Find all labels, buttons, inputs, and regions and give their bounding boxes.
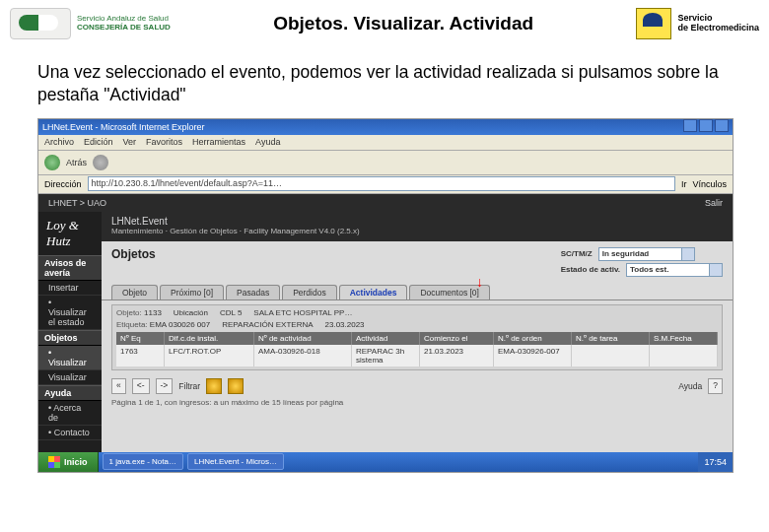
tab-proximo[interactable]: Próximo [0] bbox=[160, 285, 224, 299]
col-difc[interactable]: Dif.c.de instal. bbox=[165, 332, 254, 345]
back-label[interactable]: Atrás bbox=[66, 158, 87, 167]
col-smf[interactable]: S.M.Fecha bbox=[650, 332, 718, 345]
addr-label: Dirección bbox=[44, 179, 82, 189]
filter-scn-select[interactable]: In seguridad bbox=[598, 247, 695, 261]
exit-link[interactable]: Salir bbox=[705, 198, 723, 208]
tab-actividades[interactable]: Actividades bbox=[339, 285, 408, 299]
menu-favoritos[interactable]: Favoritos bbox=[146, 137, 182, 147]
go-button[interactable]: Ir bbox=[681, 179, 687, 189]
back-icon[interactable] bbox=[44, 155, 60, 170]
col-nact[interactable]: Nº de actividad bbox=[254, 332, 352, 345]
tab-objeto[interactable]: Objeto bbox=[111, 285, 158, 299]
close-icon[interactable] bbox=[715, 119, 729, 132]
filter-scn-label: SC/TM/Z bbox=[561, 249, 593, 258]
logo-right-text: Servicio de Electromedicina bbox=[677, 14, 759, 33]
detail-panel: Objeto: 1133 Ubicación CDL 5 SALA ETC HO… bbox=[111, 304, 723, 370]
addr-url[interactable]: http://10.230.8.1/lhnet/event/default.as… bbox=[88, 176, 675, 191]
start-button[interactable]: Inicio bbox=[38, 452, 99, 472]
menu-archivo[interactable]: Archivo bbox=[44, 137, 74, 147]
brand-logo: Loy & Hutz bbox=[38, 216, 102, 255]
slide-body-text: Una vez seleccionado el evento, podemos … bbox=[0, 43, 769, 106]
sidebar-item-insertar[interactable]: Insertar bbox=[38, 281, 102, 296]
pointer-arrow-icon: ↓ bbox=[476, 275, 483, 289]
pager-next[interactable]: -> bbox=[156, 378, 174, 394]
cell-ntar bbox=[572, 345, 650, 366]
cell-nact: AMA-030926-018 bbox=[254, 345, 352, 366]
slide-title: Objetos. Visualizar. Actividad bbox=[273, 13, 533, 34]
ie-menubar[interactable]: Archivo Edición Ver Favoritos Herramient… bbox=[38, 135, 733, 151]
menu-ver[interactable]: Ver bbox=[123, 137, 137, 147]
etq-label: Etiqueta: bbox=[116, 320, 148, 329]
filter-star2-icon[interactable] bbox=[228, 378, 244, 394]
etq-val: EMA 030026 007 bbox=[150, 320, 210, 329]
grid-row[interactable]: 1763 LFC/T.ROT.OP AMA-030926-018 REPARAC… bbox=[116, 345, 718, 366]
col-act[interactable]: Actividad bbox=[352, 332, 420, 345]
sidebar-item-objetos-visualizar[interactable]: • Visualizar bbox=[38, 346, 102, 370]
filter-star-icon[interactable] bbox=[206, 378, 222, 394]
pager-help-btn[interactable]: ? bbox=[708, 378, 723, 394]
minimize-icon[interactable] bbox=[683, 119, 697, 132]
main-panel: LHNet.Event Mantenimiento · Gestión de O… bbox=[102, 212, 733, 473]
obj-label: Objeto: bbox=[116, 308, 142, 317]
filter-estado-select[interactable]: Todos est. bbox=[626, 263, 723, 277]
task-btn-1[interactable]: 1 java.exe - Nota… bbox=[103, 453, 183, 470]
tray-time: 17:54 bbox=[704, 457, 727, 467]
start-label: Inicio bbox=[64, 457, 88, 467]
forward-icon[interactable] bbox=[93, 155, 108, 170]
col-ntar[interactable]: N.º de tarea bbox=[572, 332, 650, 345]
col-neq[interactable]: Nº Eq bbox=[116, 332, 165, 345]
sidebar: Loy & Hutz Avisos de avería Insertar • V… bbox=[38, 212, 102, 473]
maximize-icon[interactable] bbox=[699, 119, 713, 132]
org-line2: CONSEJERÍA DE SALUD bbox=[77, 24, 171, 33]
col-nord[interactable]: N.º de orden bbox=[494, 332, 572, 345]
desc-val: REPARACIÓN EXTERNA bbox=[222, 320, 313, 329]
cell-smf bbox=[650, 345, 718, 366]
filters: SC/TM/Z In seguridad Estado de activ. To… bbox=[561, 247, 723, 279]
sidebar-item-acerca[interactable]: • Acerca de bbox=[38, 401, 102, 426]
windows-icon bbox=[48, 456, 60, 468]
menu-edicion[interactable]: Edición bbox=[84, 137, 113, 147]
cell-com: 21.03.2023 bbox=[420, 345, 494, 366]
tabs: ↓ Objeto Próximo [0] Pasadas Perdidos Ac… bbox=[102, 285, 733, 300]
sidebar-item-visualizar-estado[interactable]: • Visualizar el estado bbox=[38, 296, 102, 330]
pager: « <- -> Filtrar Ayuda ? bbox=[102, 374, 733, 398]
sidebar-item-contacto[interactable]: • Contacto bbox=[38, 426, 102, 440]
task-btn-2[interactable]: LHNet.Event - Micros… bbox=[187, 453, 284, 470]
logo-junta-andalucia: Servicio Andaluz de Salud CONSEJERÍA DE … bbox=[10, 8, 171, 39]
sidebar-group-ayuda[interactable]: Ayuda bbox=[38, 385, 102, 401]
sidebar-item-visualizar[interactable]: Visualizar bbox=[38, 370, 102, 385]
logo-electromedicina: Servicio de Electromedicina bbox=[636, 8, 759, 39]
page-info-val: 15 bbox=[272, 398, 281, 407]
sidebar-group-avisos[interactable]: Avisos de avería bbox=[38, 255, 102, 281]
filter-estado-label: Estado de activ. bbox=[561, 265, 620, 274]
pager-first[interactable]: « bbox=[111, 378, 126, 394]
slide-header: Servicio Andaluz de Salud CONSEJERÍA DE … bbox=[0, 0, 769, 43]
system-tray[interactable]: 17:54 bbox=[698, 452, 733, 472]
page-info-2: líneas por página bbox=[283, 398, 343, 407]
cell-neq: 1763 bbox=[116, 345, 165, 366]
page-info-1: Página 1 de 1, con ingresos: a un máximo… bbox=[111, 398, 270, 407]
right-line2: de Electromedicina bbox=[677, 24, 759, 33]
ubic-val: CDL 5 bbox=[220, 308, 242, 317]
links-label[interactable]: Vínculos bbox=[692, 179, 727, 189]
ie-addressbar[interactable]: Dirección http://10.230.8.1/lhnet/event/… bbox=[38, 175, 733, 194]
ubic-label: Ubicación bbox=[174, 308, 208, 317]
col-com[interactable]: Comienzo el bbox=[420, 332, 494, 345]
pager-help-label[interactable]: Ayuda bbox=[678, 381, 702, 391]
tab-pasadas[interactable]: Pasadas bbox=[226, 285, 280, 299]
app-title: LHNet.Event bbox=[111, 216, 723, 227]
menu-herramientas[interactable]: Herramientas bbox=[192, 137, 245, 147]
pager-prev[interactable]: <- bbox=[132, 378, 150, 394]
sidebar-group-objetos[interactable]: Objetos bbox=[38, 330, 102, 346]
breadcrumb: LHNET > UAO bbox=[48, 198, 106, 208]
cell-difc: LFC/T.ROT.OP bbox=[165, 345, 254, 366]
tab-perdidos[interactable]: Perdidos bbox=[282, 285, 337, 299]
ie-titlebar: LHNet.Event - Microsoft Internet Explore… bbox=[38, 119, 733, 135]
taskbar[interactable]: Inicio 1 java.exe - Nota… LHNet.Event - … bbox=[38, 452, 733, 472]
menu-ayuda[interactable]: Ayuda bbox=[255, 137, 280, 147]
andalucia-emblem-icon bbox=[10, 8, 71, 39]
app-topbar: LHNET > UAO Salir bbox=[38, 194, 733, 212]
window-controls[interactable] bbox=[681, 119, 729, 134]
org-text: Servicio Andaluz de Salud CONSEJERÍA DE … bbox=[77, 15, 171, 33]
ie-toolbar[interactable]: Atrás bbox=[38, 151, 733, 175]
